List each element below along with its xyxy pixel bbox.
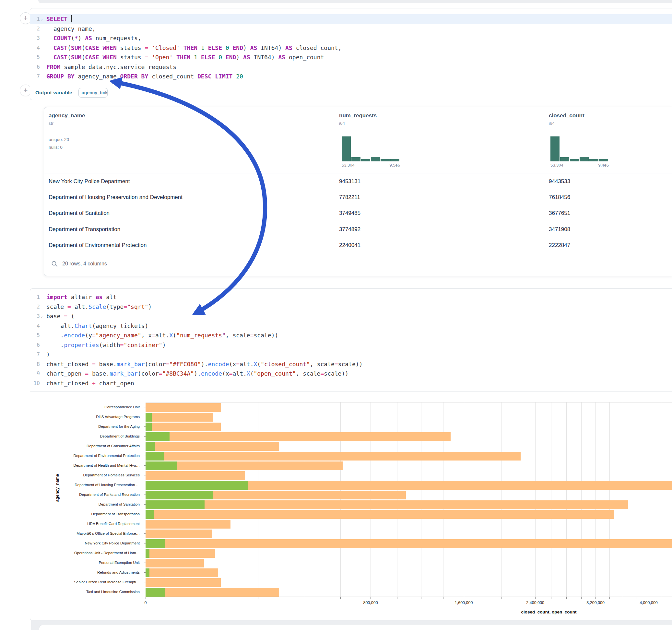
hist-min-label: 53,304: [342, 163, 355, 168]
histogram-bar: [599, 159, 608, 162]
bar-closed-count[interactable]: [146, 452, 521, 461]
cell-num-requests: 3749485: [339, 205, 360, 221]
bar-open-count[interactable]: [146, 442, 155, 451]
y-axis-label: New York City Police Department: [85, 541, 140, 545]
hist-max-label: 9.4e6: [598, 163, 609, 168]
bar-closed-count[interactable]: [146, 559, 204, 567]
bar-closed-count[interactable]: [146, 588, 279, 597]
code-line[interactable]: 3 COUNT(*) AS num_requests,: [30, 33, 672, 43]
cell-num-requests: 3774892: [339, 221, 360, 237]
line-number: 2: [30, 24, 43, 34]
x-axis-tick: [258, 597, 258, 599]
chart-row: [146, 451, 672, 461]
table-row: Department of Transportation377489234719…: [44, 221, 672, 237]
bar-open-count[interactable]: [146, 413, 152, 421]
bar-open-count[interactable]: [146, 432, 170, 441]
bar-open-count[interactable]: [146, 510, 154, 519]
code-line[interactable]: 10chart_closed + chart_open: [30, 379, 672, 388]
bar-open-count[interactable]: [146, 500, 205, 509]
histogram-bar: [390, 159, 399, 162]
table-rows-divider: [44, 253, 672, 253]
y-axis-label: Correspondence Unit: [104, 405, 140, 409]
code-line[interactable]: 4 CAST(SUM(CASE WHEN status = 'Closed' T…: [30, 43, 672, 53]
python-code-editor[interactable]: 1import altair as alt2scale = alt.Scale(…: [30, 289, 672, 392]
fold-caret-icon[interactable]: ⌄: [41, 14, 45, 24]
bar-closed-count[interactable]: [146, 422, 221, 431]
code-line[interactable]: 1import altair as alt: [30, 292, 672, 302]
x-axis-tick: [623, 597, 623, 599]
chart-row: [146, 490, 672, 500]
code-line[interactable]: 8chart_closed = base.mark_bar(color="#FF…: [30, 359, 672, 369]
code-text: base = (: [45, 311, 75, 321]
x-axis-tick: [421, 597, 422, 599]
bar-open-count[interactable]: [146, 539, 165, 548]
table-rows: New York City Police Department945313194…: [44, 173, 672, 253]
code-text: agency_name,: [45, 24, 96, 34]
bar-closed-count[interactable]: [146, 500, 628, 509]
sql-code-editor[interactable]: 1⌄SELECT 2 agency_name,3 COUNT(*) AS num…: [30, 8, 672, 85]
y-axis-label: Department of Environmental Protection: [73, 454, 140, 458]
bar-open-count[interactable]: [146, 422, 152, 431]
bar-closed-count[interactable]: [146, 510, 614, 519]
x-axis-tick: [443, 597, 443, 599]
fold-caret-icon[interactable]: ⌄: [41, 311, 45, 321]
column-header-num-requests: num_requests: [339, 113, 377, 119]
histogram-num-requests: [342, 137, 400, 162]
line-number: 9: [30, 369, 43, 379]
bar-open-count[interactable]: [146, 481, 248, 490]
bar-closed-count[interactable]: [146, 471, 245, 480]
bar-closed-count[interactable]: [146, 403, 221, 412]
bar-open-count[interactable]: [146, 588, 165, 597]
line-number: 6: [30, 62, 43, 72]
code-line[interactable]: 9chart_open = base.mark_bar(color="#8BC3…: [30, 369, 672, 379]
cell-agency-name: New York City Police Department: [49, 173, 130, 189]
code-line[interactable]: 5 .encode(y="agency_name", x=alt.X("num_…: [30, 331, 672, 340]
bar-closed-count[interactable]: [146, 530, 212, 538]
bar-open-count[interactable]: [146, 461, 177, 470]
table-row: Department of Sanitation37494853677651: [44, 205, 672, 221]
code-line[interactable]: 6FROM sample_data.nyc.service_requests: [30, 62, 672, 72]
altair-bar-chart: Correspondence UnitDHS Advantage Program…: [30, 392, 672, 621]
output-variable-pill[interactable]: agency_tickets: [78, 88, 107, 98]
code-line[interactable]: 2 agency_name,: [30, 24, 672, 34]
x-axis-tick: [340, 597, 341, 599]
bar-open-count[interactable]: [146, 452, 164, 461]
chart-row: [146, 441, 672, 451]
bar-open-count[interactable]: [146, 549, 149, 558]
x-axis-tick: [649, 597, 649, 599]
chart-row: [146, 480, 672, 490]
bar-closed-count[interactable]: [146, 568, 218, 577]
code-line[interactable]: 7GROUP BY agency_name ORDER BY closed_co…: [30, 72, 672, 81]
code-line[interactable]: 4 alt.Chart(agency_tickets): [30, 321, 672, 331]
histogram-bar: [580, 157, 589, 162]
cell-closed-count: 9443533: [549, 173, 570, 189]
bar-closed-count[interactable]: [146, 442, 279, 451]
y-axis-label: Operations Unit - Department of Hom…: [74, 551, 140, 555]
code-text: GROUP BY agency_name ORDER BY closed_cou…: [45, 72, 243, 81]
code-text: alt.Chart(agency_tickets): [45, 321, 148, 331]
bar-closed-count[interactable]: [146, 578, 221, 587]
bar-closed-count[interactable]: [146, 413, 213, 421]
code-line[interactable]: 1⌄SELECT: [30, 14, 672, 24]
code-line[interactable]: 7): [30, 350, 672, 359]
column-unique-count: unique: 20: [49, 137, 69, 142]
bar-closed-count[interactable]: [146, 539, 672, 548]
next-cell-edge: [39, 625, 672, 630]
code-line[interactable]: 6 .properties(width="container"): [30, 340, 672, 350]
search-icon[interactable]: [51, 261, 58, 267]
histogram-closed-count: [550, 137, 609, 162]
bar-closed-count[interactable]: [146, 549, 215, 558]
text-cursor: [71, 15, 72, 22]
bar-open-count[interactable]: [146, 568, 149, 577]
x-axis-tick-label: 3,200,000: [586, 601, 605, 605]
code-line[interactable]: 5 CAST(SUM(CASE WHEN status = 'Open' THE…: [30, 52, 672, 62]
line-number: 5: [30, 52, 43, 62]
code-line[interactable]: 2scale = alt.Scale(type="sqrt"): [30, 302, 672, 312]
x-axis-tick-label: 1,600,000: [455, 601, 473, 605]
code-line[interactable]: 3⌄base = (: [30, 311, 672, 321]
bar-closed-count[interactable]: [146, 432, 451, 441]
bar-open-count[interactable]: [146, 491, 213, 500]
hist-min-label: 53,304: [550, 163, 563, 168]
chart-row: [146, 470, 672, 480]
bar-closed-count[interactable]: [146, 520, 231, 529]
